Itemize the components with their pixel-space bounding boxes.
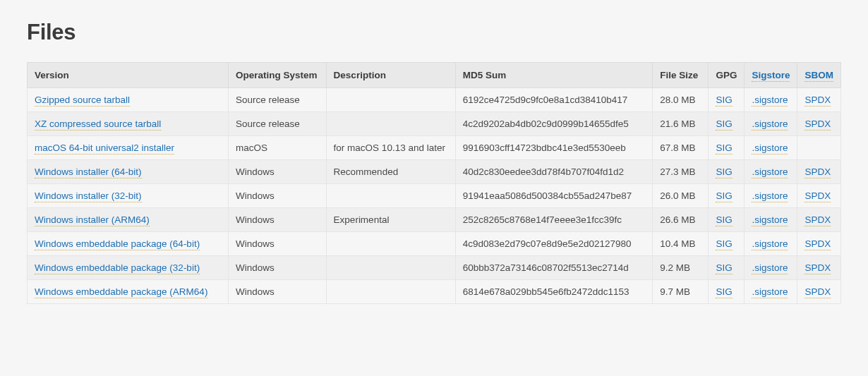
sbom-link[interactable]: SPDX (804, 238, 831, 250)
cell-sbom: SPDX (797, 112, 841, 136)
gpg-link[interactable]: SIG (716, 190, 732, 202)
sbom-link[interactable]: SPDX (804, 95, 831, 107)
cell-md5: 252c8265c8768e14f7eeee3e1fcc39fc (455, 208, 653, 232)
cell-md5: 9916903cff14723bdbc41e3ed5530eeb (455, 136, 653, 160)
sigstore-link[interactable]: .sigstore (752, 286, 788, 298)
cell-sigstore: .sigstore (745, 280, 797, 304)
sbom-header-link[interactable]: SBOM (804, 70, 833, 82)
col-header-gpg: GPG (709, 63, 745, 88)
cell-sigstore: .sigstore (745, 112, 797, 136)
files-section: Files Version Operating System Descripti… (0, 0, 868, 353)
gpg-link[interactable]: SIG (716, 286, 732, 298)
cell-size: 67.8 MB (653, 136, 709, 160)
col-header-sbom: SBOM (797, 63, 841, 88)
gpg-link[interactable]: SIG (716, 119, 732, 131)
table-row: Windows installer (32-bit)Windows91941ea… (28, 184, 841, 208)
cell-os: Source release (229, 112, 327, 136)
cell-version: XZ compressed source tarball (28, 112, 229, 136)
table-row: Windows embeddable package (64-bit)Windo… (28, 232, 841, 256)
cell-sigstore: .sigstore (745, 256, 797, 280)
gpg-link[interactable]: SIG (716, 95, 732, 107)
gpg-link[interactable]: SIG (716, 238, 732, 250)
cell-sigstore: .sigstore (745, 160, 797, 184)
cell-md5: 6192ce4725d9c9fc0e8a1cd38410b417 (455, 88, 653, 112)
cell-desc: Experimental (326, 208, 455, 232)
cell-gpg: SIG (709, 112, 745, 136)
col-header-os: Operating System (229, 63, 327, 88)
cell-desc (326, 112, 455, 136)
cell-version: Windows installer (64-bit) (28, 160, 229, 184)
cell-sbom: SPDX (797, 184, 841, 208)
cell-gpg: SIG (709, 280, 745, 304)
gpg-link[interactable]: SIG (716, 166, 732, 178)
version-link[interactable]: Gzipped source tarball (35, 95, 130, 107)
col-header-sigstore: Sigstore (745, 63, 797, 88)
version-link[interactable]: Windows embeddable package (64-bit) (35, 238, 200, 250)
cell-sigstore: .sigstore (745, 88, 797, 112)
cell-sbom: SPDX (797, 256, 841, 280)
table-row: Gzipped source tarballSource release6192… (28, 88, 841, 112)
sigstore-link[interactable]: .sigstore (752, 190, 788, 202)
cell-gpg: SIG (709, 208, 745, 232)
version-link[interactable]: Windows installer (ARM64) (35, 214, 150, 226)
sigstore-link[interactable]: .sigstore (752, 119, 788, 131)
table-row: XZ compressed source tarballSource relea… (28, 112, 841, 136)
sigstore-link[interactable]: .sigstore (752, 262, 788, 274)
gpg-link[interactable]: SIG (716, 142, 732, 154)
sigstore-link[interactable]: .sigstore (752, 142, 788, 154)
cell-desc: Recommended (326, 160, 455, 184)
cell-sbom: SPDX (797, 88, 841, 112)
cell-desc (326, 184, 455, 208)
table-header-row: Version Operating System Description MD5… (28, 63, 841, 88)
gpg-link[interactable]: SIG (716, 262, 732, 274)
sigstore-link[interactable]: .sigstore (752, 214, 788, 226)
cell-version: Windows embeddable package (32-bit) (28, 256, 229, 280)
cell-md5: 6814e678a029bb545e6fb2472ddc1153 (455, 280, 653, 304)
cell-sigstore: .sigstore (745, 184, 797, 208)
sbom-link[interactable]: SPDX (804, 286, 831, 298)
cell-sigstore: .sigstore (745, 208, 797, 232)
cell-size: 26.0 MB (653, 184, 709, 208)
cell-version: Windows embeddable package (ARM64) (28, 280, 229, 304)
version-link[interactable]: macOS 64-bit universal2 installer (35, 142, 174, 154)
cell-gpg: SIG (709, 88, 745, 112)
cell-md5: 4c9d083e2d79c07e8d9e5e2d02127980 (455, 232, 653, 256)
sigstore-link[interactable]: .sigstore (752, 238, 788, 250)
cell-size: 27.3 MB (653, 160, 709, 184)
cell-desc (326, 232, 455, 256)
cell-desc (326, 280, 455, 304)
cell-version: Windows installer (ARM64) (28, 208, 229, 232)
sigstore-header-link[interactable]: Sigstore (752, 70, 790, 82)
col-header-version: Version (28, 63, 229, 88)
version-link[interactable]: Windows embeddable package (32-bit) (35, 262, 200, 274)
cell-size: 26.6 MB (653, 208, 709, 232)
gpg-link[interactable]: SIG (716, 214, 732, 226)
sbom-link[interactable]: SPDX (804, 190, 831, 202)
cell-size: 9.7 MB (653, 280, 709, 304)
cell-gpg: SIG (709, 232, 745, 256)
sbom-link[interactable]: SPDX (804, 214, 831, 226)
version-link[interactable]: Windows embeddable package (ARM64) (35, 286, 207, 298)
sbom-link[interactable]: SPDX (804, 119, 831, 131)
version-link[interactable]: Windows installer (32-bit) (35, 190, 142, 202)
cell-md5: 4c2d9202ab4db02c9d0999b14655dfe5 (455, 112, 653, 136)
cell-gpg: SIG (709, 184, 745, 208)
table-row: Windows installer (ARM64)WindowsExperime… (28, 208, 841, 232)
sigstore-link[interactable]: .sigstore (752, 95, 788, 107)
col-header-desc: Description (326, 63, 455, 88)
table-row: Windows installer (64-bit)WindowsRecomme… (28, 160, 841, 184)
cell-sbom: SPDX (797, 160, 841, 184)
col-header-size: File Size (653, 63, 709, 88)
sbom-link[interactable]: SPDX (804, 166, 831, 178)
sbom-link[interactable]: SPDX (804, 262, 831, 274)
version-link[interactable]: XZ compressed source tarball (35, 119, 161, 131)
cell-os: Windows (229, 280, 327, 304)
table-row: Windows embeddable package (32-bit)Windo… (28, 256, 841, 280)
sigstore-link[interactable]: .sigstore (752, 166, 788, 178)
version-link[interactable]: Windows installer (64-bit) (35, 166, 142, 178)
cell-gpg: SIG (709, 160, 745, 184)
cell-os: Windows (229, 256, 327, 280)
cell-version: Windows installer (32-bit) (28, 184, 229, 208)
cell-sigstore: .sigstore (745, 136, 797, 160)
cell-md5: 60bbb372a73146c08702f5513ec2714d (455, 256, 653, 280)
